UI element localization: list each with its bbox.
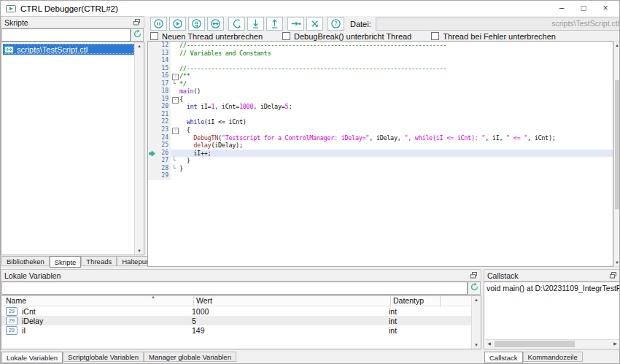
refresh-locals-button[interactable] [468,282,481,295]
breakpoint-margin[interactable] [148,165,156,173]
breakpoint-margin[interactable] [148,134,156,142]
callstack-hscrollbar[interactable]: ◀ ▶ [485,339,619,348]
code-line-26[interactable]: 26 iI++; [148,150,613,158]
code-line-27[interactable]: 27└ } [148,157,613,165]
breakpoint-margin[interactable] [148,57,156,65]
tab-kommandozeile[interactable]: Kommandozeile [523,352,583,362]
scroll-down-arrow[interactable]: ▼ [472,341,481,349]
checkbox-debugbreak-unterbricht-thread[interactable]: DebugBreak() unterbricht Thread [282,32,411,41]
single-step-button[interactable] [188,17,205,31]
float-panel-icon[interactable] [470,272,478,280]
step-out-button[interactable] [266,17,283,31]
breakpoint-margin[interactable] [148,150,156,158]
breakpoint-margin[interactable] [148,50,156,58]
scroll-down-arrow[interactable]: ▼ [614,259,620,266]
minimize-button[interactable]: – [551,1,573,16]
code-line-18[interactable]: 18main() [148,88,613,96]
code-line-22[interactable]: 22 while(iI <= iCnt) [148,118,613,126]
callstack-entry[interactable]: void main() at D:\20231109_IntegrTestPro… [484,282,620,293]
tab-scriptglobale-variablen[interactable]: Scriptglobale Variablen [63,352,144,362]
scroll-up-arrow[interactable]: ▲ [472,296,481,303]
code-line-15[interactable]: 15//------------------------------------… [148,65,613,73]
breakpoint-margin[interactable] [148,111,156,119]
code-line-29[interactable]: 29 [148,172,613,180]
checkbox-thread-bei-fehler-unterbrechen[interactable]: Thread bei Fehler unterbrechen [431,32,556,41]
tab-skripte[interactable]: Skripte [50,256,82,268]
code-text: } [179,157,613,165]
tab-threads[interactable]: Threads [81,256,117,266]
code-line-20[interactable]: 20 int iI=1, iCnt=1000, iDelay=5; [148,103,613,111]
delete-breakpoints-button[interactable] [306,17,323,31]
checkbox-icon[interactable] [282,32,290,40]
breakpoint-margin[interactable] [148,118,156,126]
breakpoint-margin[interactable] [148,65,156,73]
code-line-21[interactable]: 21 [148,111,613,119]
breakpoint-margin[interactable] [148,88,156,96]
code-line-23[interactable]: 23- { [148,126,613,134]
checkbox-neuen-thread-unterbrechen[interactable]: Neuen Thread unterbrechen [150,32,263,41]
column-header-name[interactable]: Name [6,296,26,305]
close-button[interactable]: × [594,1,616,16]
tab-callstack[interactable]: Callstack [484,352,523,363]
code-line-28[interactable]: 28└} [148,165,613,173]
scrollbar-thumb[interactable] [615,80,619,209]
locals-scrollbar[interactable]: ▲ ▼ [471,296,481,349]
breakpoint-margin[interactable] [148,103,156,111]
refresh-scripts-button[interactable] [131,28,144,42]
step-over-button[interactable] [247,17,264,31]
detach-continue-button[interactable] [207,17,224,31]
breakpoint-margin[interactable] [148,126,156,134]
fold-marker-icon[interactable]: - [171,96,179,104]
editor-scrollbar[interactable]: ▲ ▼ [613,41,620,267]
run-to-cursor-button[interactable] [287,17,304,31]
breakpoint-margin[interactable] [148,172,156,180]
breakpoint-margin[interactable] [148,42,156,50]
code-line-24[interactable]: 24 DebugTN("Testscript for a ControlMana… [148,134,613,142]
column-header-wert[interactable]: Wert [196,296,212,305]
code-line-14[interactable]: 14 [148,57,613,65]
maximize-button[interactable]: □ [573,1,594,16]
fold-column [171,65,179,73]
tab-bibliotheken[interactable]: Bibliotheken [1,256,50,266]
code-line-13[interactable]: 13// Variables and Constants [148,50,613,58]
variable-row-icnt[interactable]: 29iCnt1000int [1,306,481,316]
step-into-button[interactable] [228,17,245,31]
help-button[interactable]: ? [328,17,344,31]
breakpoint-margin[interactable] [148,96,156,104]
run-button[interactable] [169,17,186,31]
code-line-17[interactable]: 17└*/ [148,80,613,88]
code-line-12[interactable]: 12//------------------------------------… [148,42,613,50]
variable-row-ii[interactable]: 29iI149int [1,325,481,335]
scrollbar-thumb[interactable] [495,341,575,347]
fold-marker-icon[interactable]: - [171,126,179,134]
breakpoint-margin[interactable] [148,80,156,88]
float-panel-icon[interactable] [133,19,142,27]
code-line-16[interactable]: 16-/** [148,72,613,80]
variable-row-idelay[interactable]: 29iDelay5int [1,316,481,325]
code-line-19[interactable]: 19-{ [148,96,613,104]
breakpoint-margin[interactable] [148,72,156,80]
breakpoint-margin[interactable] [148,157,156,165]
pause-button[interactable] [150,17,167,31]
scroll-right-arrow[interactable]: ▶ [611,340,619,348]
scripts-tree: scripts\TestScript.ctl ▲ ▼ [1,42,144,255]
breakpoint-margin[interactable] [148,142,156,150]
scroll-left-arrow[interactable]: ◀ [485,340,493,348]
tree-item-label: scripts\TestScript.ctl [17,45,88,54]
scripts-filter-input[interactable] [1,28,131,42]
tree-scrollbar[interactable]: ▲ ▼ [134,42,144,255]
tree-item-scripts-testscript-ctl[interactable]: scripts\TestScript.ctl [3,44,135,55]
tab-lokale-variablen[interactable]: Lokale Variablen [1,352,63,363]
fold-marker-icon[interactable]: - [171,72,179,80]
locals-filter-input[interactable] [1,282,468,295]
scroll-up-arrow[interactable]: ▲ [614,42,620,49]
float-panel-icon[interactable] [610,272,618,280]
column-header-datentyp[interactable]: Datentyp [393,296,424,305]
checkbox-icon[interactable] [150,32,158,40]
scroll-up-arrow[interactable]: ▲ [135,42,144,50]
checkbox-icon[interactable] [431,32,439,40]
scroll-down-arrow[interactable]: ▼ [135,247,144,255]
code-editor[interactable]: 12//------------------------------------… [147,41,613,267]
tab-manager-globale-variablen[interactable]: Manager globale Variablen [144,352,236,362]
code-line-25[interactable]: 25 delay(iDelay); [148,142,613,150]
